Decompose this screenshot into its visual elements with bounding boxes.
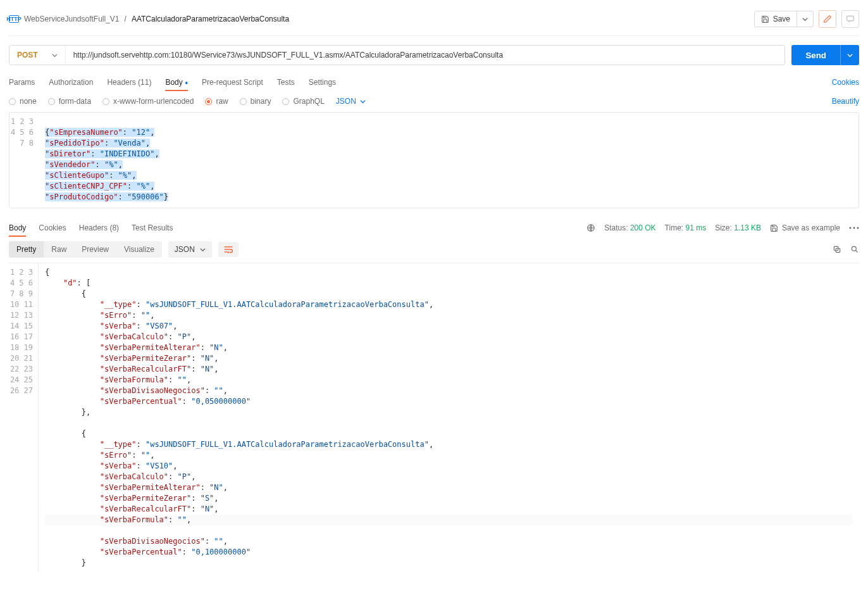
response-tab-cookies[interactable]: Cookies (39, 220, 66, 236)
response-tab-body[interactable]: Body (9, 220, 26, 236)
breadcrumb-separator: / (125, 15, 127, 23)
save-icon (770, 224, 778, 232)
tab-pre-request-script[interactable]: Pre-request Script (202, 74, 263, 91)
save-dropdown-button[interactable] (797, 11, 814, 27)
time-label: Time: 91 ms (665, 223, 707, 232)
body-type-options: none form-data x-www-form-urlencoded raw… (9, 97, 366, 106)
size-label: Size: 1.13 KB (715, 223, 761, 232)
method-select[interactable]: POST (9, 46, 66, 65)
radio-icon (48, 98, 55, 105)
beautify-link[interactable]: Beautify (832, 97, 859, 106)
editor-code[interactable]: {"sEmpresaNumero": "12", "sPedidoTipo": … (9, 113, 859, 208)
body-type-label: x-www-form-urlencoded (113, 97, 194, 106)
send-button-group: Send (791, 45, 859, 65)
svg-point-4 (857, 227, 859, 229)
body-type-formdata[interactable]: form-data (48, 97, 91, 106)
edit-button[interactable] (819, 10, 836, 28)
tab-params[interactable]: Params (9, 74, 35, 91)
cookies-link[interactable]: Cookies (832, 78, 859, 87)
view-raw[interactable]: Raw (44, 241, 74, 258)
response-tabs: Body Cookies Headers (8) Test Results (9, 220, 173, 236)
wrap-icon (223, 246, 233, 253)
wrap-lines-button[interactable] (218, 242, 239, 257)
copy-icon[interactable] (833, 245, 841, 254)
body-type-raw[interactable]: raw (205, 97, 228, 106)
view-visualize[interactable]: Visualize (116, 241, 162, 258)
save-example-label: Save as example (782, 223, 840, 232)
response-tab-test-results[interactable]: Test Results (132, 220, 173, 236)
raw-type-label: JSON (336, 97, 356, 106)
comments-button[interactable] (841, 10, 859, 28)
save-button[interactable]: Save (754, 11, 797, 27)
search-icon[interactable] (850, 245, 859, 254)
response-meta: Status: 200 OK Time: 91 ms Size: 1.13 KB… (586, 223, 859, 232)
unsaved-dot-icon: • (185, 78, 188, 88)
save-icon (761, 15, 769, 23)
method-url-bar: POST (9, 45, 785, 65)
tab-body[interactable]: Body • (165, 74, 188, 91)
globe-icon[interactable] (586, 223, 595, 232)
body-type-none[interactable]: none (9, 97, 37, 106)
svg-point-7 (852, 246, 856, 251)
chevron-down-icon (52, 53, 58, 58)
editor-gutter: 1 2 3 4 5 6 7 8 (9, 113, 39, 153)
response-lang-select[interactable]: JSON (168, 241, 212, 258)
pencil-icon (823, 15, 832, 23)
tab-tests[interactable]: Tests (277, 74, 295, 91)
svg-point-2 (850, 227, 852, 229)
size-value: 1.13 KB (734, 223, 761, 232)
tab-settings[interactable]: Settings (309, 74, 336, 91)
breadcrumb-name: AATCalculadoraParametrizacaoVerbaConsult… (132, 15, 289, 23)
breadcrumb-parent[interactable]: WebServiceJundsoftFull_V1 (24, 15, 120, 23)
chevron-down-icon (802, 16, 808, 22)
body-type-binary[interactable]: binary (240, 97, 271, 106)
response-tab-headers[interactable]: Headers (8) (79, 220, 119, 236)
body-type-xwww[interactable]: x-www-form-urlencoded (102, 97, 194, 106)
save-button-label: Save (773, 15, 790, 23)
raw-type-select[interactable]: JSON (336, 97, 366, 106)
save-as-example-button[interactable]: Save as example (770, 223, 840, 232)
http-icon: HTTP (9, 15, 19, 23)
response-view-segment: Pretty Raw Preview Visualize (9, 241, 162, 258)
radio-icon (102, 98, 109, 105)
radio-icon (9, 98, 16, 105)
radio-icon (282, 98, 289, 105)
body-type-label: form-data (59, 97, 91, 106)
view-preview[interactable]: Preview (74, 241, 116, 258)
svg-rect-0 (847, 16, 854, 21)
body-type-label: GraphQL (293, 97, 324, 106)
radio-icon (205, 98, 212, 105)
tab-authorization[interactable]: Authorization (49, 74, 93, 91)
send-button[interactable]: Send (791, 45, 840, 65)
chevron-down-icon (360, 99, 366, 104)
request-tabs: Params Authorization Headers (11) Body •… (9, 74, 336, 91)
method-label: POST (17, 51, 38, 60)
body-type-graphql[interactable]: GraphQL (282, 97, 324, 106)
body-type-label: raw (216, 97, 228, 106)
chevron-down-icon (200, 247, 206, 253)
body-type-label: binary (251, 97, 271, 106)
send-dropdown-button[interactable] (840, 45, 859, 65)
editor-code[interactable]: { "d": [ { "__type": "wsJUNDSOFT_FULL_V1… (38, 263, 859, 572)
chevron-down-icon (847, 53, 853, 58)
body-type-label: none (20, 97, 37, 106)
status-value: 200 OK (630, 223, 656, 232)
svg-point-3 (853, 227, 855, 229)
response-body-editor[interactable]: 1 2 3 4 5 6 7 8 9 10 11 12 13 14 15 16 1… (9, 263, 859, 596)
editor-gutter: 1 2 3 4 5 6 7 8 9 10 11 12 13 14 15 16 1… (9, 263, 38, 400)
view-pretty[interactable]: Pretty (9, 241, 44, 258)
response-lang-label: JSON (175, 245, 195, 254)
breadcrumb: HTTP WebServiceJundsoftFull_V1 / AATCalc… (9, 15, 289, 23)
more-icon[interactable] (849, 227, 859, 229)
comment-icon (846, 15, 855, 23)
request-body-editor[interactable]: 1 2 3 4 5 6 7 8 {"sEmpresaNumero": "12",… (9, 112, 859, 208)
save-button-group: Save (754, 11, 814, 27)
tab-body-label: Body (165, 78, 182, 87)
radio-icon (240, 98, 247, 105)
url-input[interactable] (66, 46, 785, 65)
time-value: 91 ms (686, 223, 707, 232)
tab-headers[interactable]: Headers (11) (107, 74, 151, 91)
status-label: Status: 200 OK (604, 223, 655, 232)
